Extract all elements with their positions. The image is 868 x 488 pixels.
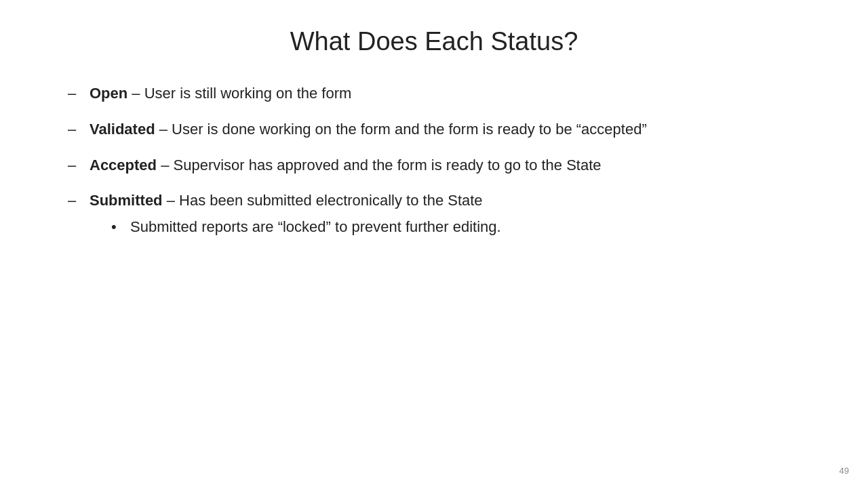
desc-accepted: – Supervisor has approved and the form i… xyxy=(157,157,601,174)
bullet-text-4: Submitted – Has been submitted electroni… xyxy=(90,190,800,238)
sub-bullet-text: Submitted reports are “locked” to preven… xyxy=(130,217,501,238)
sub-bullet-list: • Submitted reports are “locked” to prev… xyxy=(111,217,800,238)
slide-title: What Does Each Status? xyxy=(68,27,800,56)
desc-validated: – User is done working on the form and t… xyxy=(155,121,647,138)
bullet-dash-1: – xyxy=(68,83,87,104)
list-item: – Open – User is still working on the fo… xyxy=(68,83,800,104)
list-item: – Submitted – Has been submitted electro… xyxy=(68,190,800,238)
bullet-text-1: Open – User is still working on the form xyxy=(90,83,800,104)
desc-submitted: – Has been submitted electronically to t… xyxy=(163,192,483,209)
list-item: – Accepted – Supervisor has approved and… xyxy=(68,155,800,176)
term-submitted: Submitted xyxy=(90,192,163,209)
term-accepted: Accepted xyxy=(90,157,157,174)
slide: What Does Each Status? – Open – User is … xyxy=(0,0,868,488)
desc-open: – User is still working on the form xyxy=(127,85,351,102)
bullet-dash-3: – xyxy=(68,155,87,176)
bullet-list: – Open – User is still working on the fo… xyxy=(68,83,800,238)
bullet-text-3: Accepted – Supervisor has approved and t… xyxy=(90,155,800,176)
bullet-dash-2: – xyxy=(68,119,87,140)
bullet-dash-4: – xyxy=(68,190,87,211)
sub-list-item: • Submitted reports are “locked” to prev… xyxy=(111,217,800,238)
term-validated: Validated xyxy=(90,121,155,138)
term-open: Open xyxy=(90,85,127,102)
bullet-text-2: Validated – User is done working on the … xyxy=(90,119,800,140)
list-item: – Validated – User is done working on th… xyxy=(68,119,800,140)
sub-bullet-dot: • xyxy=(111,217,127,238)
page-number: 49 xyxy=(840,466,849,476)
